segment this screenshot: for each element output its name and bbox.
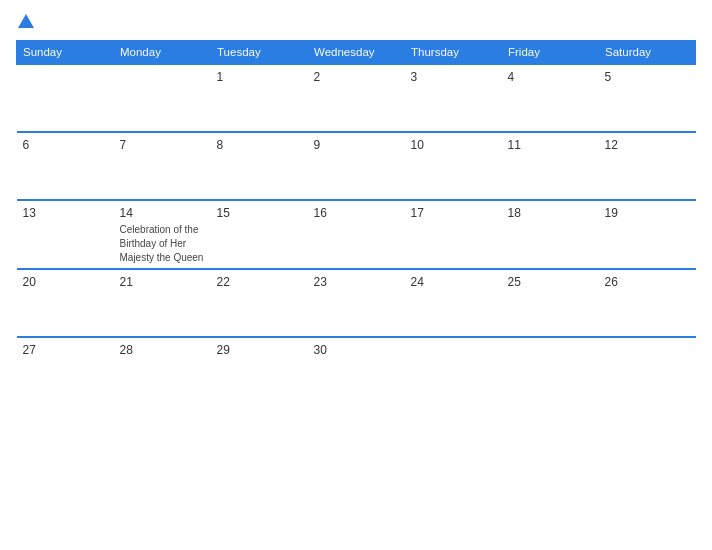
calendar-cell: 20: [17, 269, 114, 337]
day-number: 5: [605, 70, 690, 84]
calendar-cell: 9: [308, 132, 405, 200]
day-number: 3: [411, 70, 496, 84]
calendar-cell: 27: [17, 337, 114, 395]
calendar-cell: 4: [502, 64, 599, 132]
day-number: 11: [508, 138, 593, 152]
calendar-cell: 23: [308, 269, 405, 337]
day-number: 18: [508, 206, 593, 220]
logo-block: [16, 14, 34, 30]
calendar-cell: 14Celebration of the Birthday of Her Maj…: [114, 200, 211, 269]
event-label: Celebration of the Birthday of Her Majes…: [120, 224, 204, 263]
day-number: 2: [314, 70, 399, 84]
weekday-header-saturday: Saturday: [599, 41, 696, 65]
day-number: 26: [605, 275, 690, 289]
calendar-cell: 13: [17, 200, 114, 269]
day-number: 6: [23, 138, 108, 152]
day-number: 25: [508, 275, 593, 289]
day-number: 28: [120, 343, 205, 357]
calendar-cell: 21: [114, 269, 211, 337]
week-row-2: 6789101112: [17, 132, 696, 200]
day-number: 7: [120, 138, 205, 152]
calendar-cell: 7: [114, 132, 211, 200]
calendar-cell: 12: [599, 132, 696, 200]
weekday-header-row: SundayMondayTuesdayWednesdayThursdayFrid…: [17, 41, 696, 65]
day-number: 10: [411, 138, 496, 152]
calendar-cell: 2: [308, 64, 405, 132]
weekday-header-tuesday: Tuesday: [211, 41, 308, 65]
logo-top-row: [16, 14, 34, 30]
calendar-cell: 26: [599, 269, 696, 337]
day-number: 15: [217, 206, 302, 220]
day-number: 12: [605, 138, 690, 152]
calendar-cell: 5: [599, 64, 696, 132]
day-number: 27: [23, 343, 108, 357]
calendar-cell: 16: [308, 200, 405, 269]
calendar-cell: 22: [211, 269, 308, 337]
week-row-3: 1314Celebration of the Birthday of Her M…: [17, 200, 696, 269]
week-row-4: 20212223242526: [17, 269, 696, 337]
day-number: 23: [314, 275, 399, 289]
weekday-header-friday: Friday: [502, 41, 599, 65]
calendar-cell: 11: [502, 132, 599, 200]
calendar-cell: 30: [308, 337, 405, 395]
logo-triangle-icon: [18, 14, 34, 28]
day-number: 16: [314, 206, 399, 220]
weekday-header-sunday: Sunday: [17, 41, 114, 65]
calendar-cell: 28: [114, 337, 211, 395]
header: [16, 14, 696, 30]
day-number: 14: [120, 206, 205, 220]
day-number: 1: [217, 70, 302, 84]
day-number: 8: [217, 138, 302, 152]
week-row-1: 12345: [17, 64, 696, 132]
calendar-cell: 10: [405, 132, 502, 200]
weekday-header-monday: Monday: [114, 41, 211, 65]
day-number: 19: [605, 206, 690, 220]
day-number: 21: [120, 275, 205, 289]
calendar-cell: 24: [405, 269, 502, 337]
calendar-cell: [17, 64, 114, 132]
day-number: 29: [217, 343, 302, 357]
calendar-cell: 15: [211, 200, 308, 269]
day-number: 13: [23, 206, 108, 220]
calendar-table: SundayMondayTuesdayWednesdayThursdayFrid…: [16, 40, 696, 395]
calendar-cell: 17: [405, 200, 502, 269]
day-number: 30: [314, 343, 399, 357]
day-number: 20: [23, 275, 108, 289]
day-number: 22: [217, 275, 302, 289]
calendar-cell: 8: [211, 132, 308, 200]
calendar-cell: [599, 337, 696, 395]
calendar-cell: 25: [502, 269, 599, 337]
calendar-cell: [114, 64, 211, 132]
calendar-cell: [405, 337, 502, 395]
calendar-cell: 3: [405, 64, 502, 132]
calendar-cell: 6: [17, 132, 114, 200]
week-row-5: 27282930: [17, 337, 696, 395]
calendar-cell: 19: [599, 200, 696, 269]
calendar-cell: 1: [211, 64, 308, 132]
calendar-cell: 18: [502, 200, 599, 269]
calendar-cell: [502, 337, 599, 395]
day-number: 24: [411, 275, 496, 289]
day-number: 9: [314, 138, 399, 152]
logo: [16, 14, 34, 30]
day-number: 17: [411, 206, 496, 220]
day-number: 4: [508, 70, 593, 84]
page: SundayMondayTuesdayWednesdayThursdayFrid…: [0, 0, 712, 550]
calendar-cell: 29: [211, 337, 308, 395]
weekday-header-wednesday: Wednesday: [308, 41, 405, 65]
weekday-header-thursday: Thursday: [405, 41, 502, 65]
